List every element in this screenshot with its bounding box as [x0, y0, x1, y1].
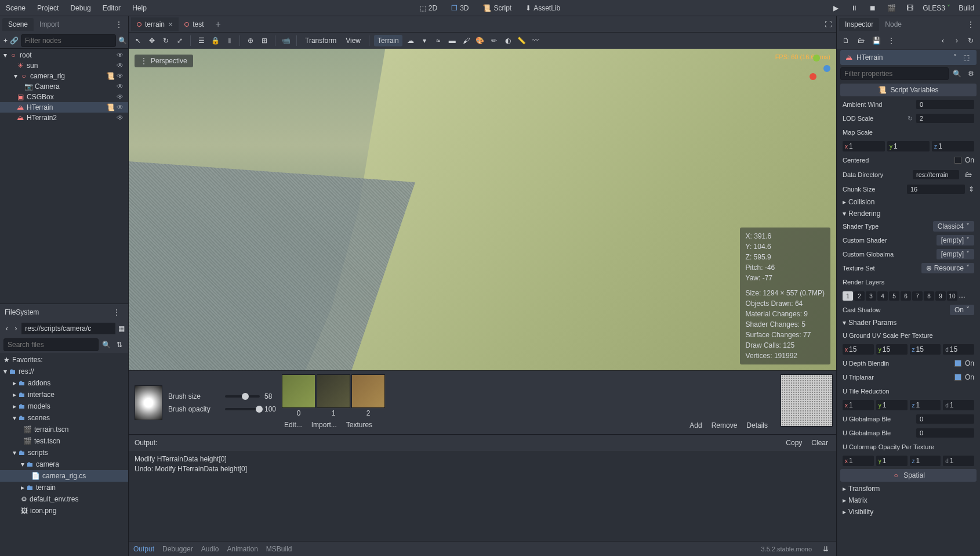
texture-set-dropdown[interactable]: ⊕ Resource ˅ [921, 263, 974, 273]
mode-assetlib[interactable]: ⬇ AssetLib [521, 2, 565, 15]
snap-config-tool[interactable]: ⊞ [259, 35, 270, 46]
terrain-menu[interactable]: Terrain [374, 35, 402, 46]
section-rendering[interactable]: ▾Rendering [840, 208, 977, 219]
tools-icon[interactable]: ⚙ [965, 68, 977, 80]
texture-edit-button[interactable]: Edit... [282, 420, 304, 430]
visibility-icon[interactable]: 👁 [117, 51, 125, 59]
prop-value-lod-scale[interactable]: 2 [916, 114, 974, 123]
ground-uv-z[interactable]: z15 [910, 344, 941, 355]
shader-type-dropdown[interactable]: Classic4 ˅ [933, 221, 974, 232]
menu-help[interactable]: Help [131, 2, 148, 15]
section-matrix[interactable]: ▸Matrix [840, 494, 977, 506]
fs-res[interactable]: ▾ 🖿 res:// [0, 366, 128, 377]
fs-default-env[interactable]: ⚙ default_env.tres [0, 493, 128, 505]
colormap-y[interactable]: y1 [876, 456, 908, 466]
texture-slot-2[interactable]: 2 [351, 374, 385, 417]
terrain-holes-tool[interactable]: ◐ [502, 35, 514, 46]
move-tool[interactable]: ✥ [146, 35, 158, 46]
layer-4[interactable]: 4 [877, 291, 888, 301]
snap-tool[interactable]: ⊕ [245, 35, 256, 46]
texture-textures-button[interactable]: Textures [344, 420, 375, 430]
visibility-icon[interactable]: 👁 [117, 93, 125, 101]
layer-3[interactable]: 3 [866, 291, 876, 301]
search-icon[interactable]: 🔍 [101, 339, 112, 351]
search-icon[interactable]: 🔍 [118, 35, 127, 46]
texture-add-button[interactable]: Add [687, 420, 704, 431]
script-icon[interactable]: 📜 [106, 103, 114, 111]
section-shader-params[interactable]: ▾Shader Params [840, 317, 977, 328]
colormap-x[interactable]: x1 [843, 456, 874, 466]
folder-browse-icon[interactable]: 🗁 [963, 169, 974, 180]
menu-scene[interactable]: Scene [5, 2, 27, 15]
chevron-updown-icon[interactable]: ⇕ [968, 185, 974, 193]
save-resource-icon[interactable]: 💾 [870, 35, 882, 46]
cast-shadow-dropdown[interactable]: On ˅ [950, 305, 974, 315]
tree-node-hterrain[interactable]: ⛰ HTerrain 📜👁 [0, 102, 128, 113]
tab-import[interactable]: Import [34, 18, 65, 31]
path-input[interactable] [21, 323, 115, 334]
map-scale-x[interactable]: x1 [843, 141, 885, 151]
play-scene-button[interactable]: 🎬 [885, 2, 897, 14]
list-tool[interactable]: ☰ [195, 35, 207, 46]
tab-scene[interactable]: Scene [2, 18, 34, 31]
triplanar-checkbox[interactable] [954, 374, 961, 381]
view-mode-icon[interactable]: ▦ [118, 323, 125, 334]
fs-icon-png[interactable]: 🖼 icon.png [0, 505, 128, 517]
menu-project[interactable]: Project [36, 2, 60, 15]
terrain-paint-tool[interactable]: 🖌 [460, 35, 472, 46]
terrain-lower-tool[interactable]: ▾ [419, 35, 430, 46]
fs-test-tscn[interactable]: 🎬 test.tscn [0, 435, 128, 447]
ground-uv-x[interactable]: x15 [843, 344, 874, 355]
prop-value-ambient-wind[interactable]: 0 [916, 100, 974, 109]
camera-override-tool[interactable]: 📹 [280, 35, 292, 46]
perspective-toggle[interactable]: ⋮ Perspective [135, 55, 193, 67]
colormap-d[interactable]: d1 [943, 456, 974, 466]
collapse-bottom-icon[interactable]: ⇊ [820, 543, 832, 555]
load-resource-icon[interactable]: 🗁 [855, 35, 867, 46]
group-tool[interactable]: ⫴ [223, 35, 235, 46]
transform-menu[interactable]: Transform [302, 35, 340, 46]
history-forward-icon[interactable]: › [951, 35, 963, 46]
close-tab-icon[interactable]: × [168, 20, 173, 29]
bottom-tab-audio[interactable]: Audio [201, 545, 219, 553]
mode-script[interactable]: 📜 Script [478, 2, 516, 15]
script-icon[interactable]: 📜 [106, 72, 114, 80]
fs-camera-rig-cs[interactable]: 📄 camera_rig.cs [0, 470, 128, 482]
nav-back-button[interactable]: ‹ [3, 323, 10, 334]
layer-8[interactable]: 8 [924, 291, 934, 301]
visibility-icon[interactable]: 👁 [117, 72, 125, 80]
map-scale-y[interactable]: y1 [887, 141, 930, 151]
fs-addons[interactable]: ▸ 🖿 addons [0, 377, 128, 389]
custom-globalmap-dropdown[interactable]: [empty] ˅ [937, 249, 974, 259]
terrain-flatten-tool[interactable]: ▬ [447, 35, 458, 46]
tree-node-root[interactable]: ▾ ○ root 👁 [0, 50, 128, 60]
tree-node-hterrain2[interactable]: ⛰ HTerrain2 👁 [0, 113, 128, 123]
section-visibility[interactable]: ▸Visibility [840, 506, 977, 518]
tree-node-camera[interactable]: 📷 Camera 👁 [0, 81, 128, 92]
add-node-button[interactable]: + [3, 35, 8, 46]
visibility-icon[interactable]: 👁 [117, 62, 125, 70]
inspector-object-select[interactable]: ⛰ HTerrain ˅ ⬚ [840, 50, 977, 65]
tile-red-d[interactable]: d1 [943, 400, 974, 410]
texture-remove-button[interactable]: Remove [709, 420, 740, 431]
fs-terrain-folder[interactable]: ▸ 🖿 terrain [0, 482, 128, 493]
filter-properties-input[interactable] [840, 67, 949, 80]
history-back-icon[interactable]: ‹ [937, 35, 949, 46]
menu-debug[interactable]: Debug [69, 2, 92, 15]
mode-3d[interactable]: ❒ 3D [447, 2, 473, 15]
ground-uv-d[interactable]: d15 [943, 344, 974, 355]
custom-shader-dropdown[interactable]: [empty] ˅ [937, 235, 974, 245]
brush-preview[interactable] [135, 385, 162, 420]
gizmo-y-axis[interactable] [813, 55, 820, 62]
visibility-icon[interactable]: 👁 [117, 114, 125, 122]
colormap-z[interactable]: z1 [910, 456, 941, 466]
bottom-tab-output[interactable]: Output [133, 545, 154, 553]
section-script-variables[interactable]: 📜 Script Variables [840, 84, 977, 96]
expand-object-icon[interactable]: ⬚ [960, 52, 972, 63]
layer-9[interactable]: 9 [935, 291, 946, 301]
layer-2[interactable]: 2 [854, 291, 865, 301]
output-clear-button[interactable]: Clear [809, 438, 830, 448]
terrain-raise-tool[interactable]: ☁ [405, 35, 416, 46]
scale-tool[interactable]: ⤢ [174, 35, 186, 46]
play-custom-button[interactable]: 🎞 [904, 2, 916, 14]
